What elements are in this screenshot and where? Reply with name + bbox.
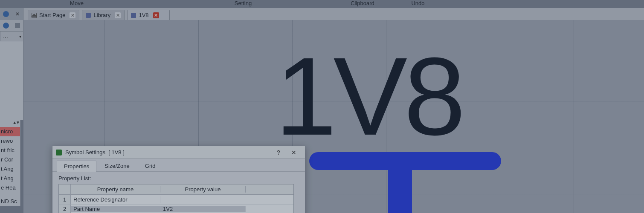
dialog-title-text: Symbol Settings — [65, 149, 105, 155]
ribbon-label-undo: Undo — [392, 0, 444, 8]
cell-property-value[interactable]: 1V2 — [160, 206, 246, 212]
property-table-header: Property name Property value — [59, 184, 293, 195]
symbol-settings-dialog: Symbol Settings [ 1V8 ] ? ✕ Properties S… — [52, 146, 305, 213]
dialog-titlebar[interactable]: Symbol Settings [ 1V8 ] ? ✕ — [52, 146, 305, 159]
list-item[interactable]: t Ang — [0, 164, 20, 174]
property-table: Property name Property value 1 Reference… — [58, 184, 294, 213]
list-item[interactable]: nt fric — [0, 146, 20, 155]
document-tabs-bar: ✕ Start Page ✕ Library ✕ 1V8 ✕ — [0, 8, 644, 20]
dialog-tabs: Properties Size/Zone Grid — [52, 159, 305, 172]
left-mini-toolbar — [0, 20, 23, 31]
tab-start-page[interactable]: Start Page ✕ — [28, 10, 79, 20]
list-item[interactable]: e Hea — [0, 183, 20, 193]
row-index: 2 — [59, 204, 71, 213]
left-preview-panel — [0, 41, 23, 120]
document-icon — [131, 13, 136, 18]
tab-label: Library — [93, 12, 110, 18]
tab-label: 1V8 — [139, 12, 148, 18]
list-item[interactable]: t Ang — [0, 174, 20, 183]
col-property-name[interactable]: Property name — [71, 186, 160, 193]
globe-icon[interactable] — [3, 23, 9, 29]
tab-close-icon[interactable]: ✕ — [115, 12, 121, 18]
power-symbol-stem — [388, 165, 412, 213]
home-icon — [32, 13, 37, 18]
ellipsis-icon: … — [3, 33, 8, 39]
col-property-value[interactable]: Property value — [160, 186, 246, 193]
dialog-title-subject: [ 1V8 ] — [108, 149, 125, 155]
scroll-arrows-icon[interactable]: ▲▼ — [0, 120, 20, 127]
net-label-text: 1V8 — [275, 33, 462, 160]
list-item[interactable]: r Cor — [0, 155, 20, 164]
close-panel-icon[interactable]: ✕ — [15, 11, 20, 17]
property-row[interactable]: 1 Reference Designator — [59, 195, 293, 204]
dialog-help-button[interactable]: ? — [271, 147, 286, 158]
property-row[interactable]: 2 Part Name 1V2 — [59, 204, 293, 213]
chevron-down-icon: ▾ — [19, 34, 21, 39]
list-item[interactable]: nicro — [0, 127, 20, 136]
file-tabs: Start Page ✕ Library ✕ 1V8 ✕ — [23, 8, 644, 20]
ribbon-label-setting: Setting — [154, 0, 333, 8]
ribbon-group-labels: Move Setting Clipboard Undo — [0, 0, 644, 8]
dialog-body: Property List: Property name Property va… — [52, 172, 305, 213]
property-list-label: Property List: — [58, 175, 299, 181]
tab-close-icon[interactable]: ✕ — [70, 12, 75, 18]
library-icon — [86, 13, 91, 18]
tab-library[interactable]: Library ✕ — [82, 10, 125, 20]
app-icon — [56, 150, 62, 155]
tab-1v8[interactable]: 1V8 ✕ — [127, 10, 170, 20]
ribbon-label-clipboard: Clipboard — [333, 0, 392, 8]
row-index: 1 — [59, 195, 71, 204]
ribbon-label-move: Move — [0, 0, 154, 8]
tab-close-icon[interactable]: ✕ — [153, 12, 159, 18]
tab-label: Start Page — [39, 12, 65, 18]
list-item[interactable]: ND Sc — [0, 197, 20, 206]
dialog-tab-grid[interactable]: Grid — [138, 160, 163, 171]
side-list: ▲▼ nicro rewo nt fric r Cor t Ang t Ang … — [0, 120, 20, 206]
tool-icon[interactable] — [15, 23, 20, 28]
help-icon[interactable] — [3, 11, 9, 17]
left-tool-strip: ✕ — [0, 8, 23, 20]
dialog-close-button[interactable]: ✕ — [286, 147, 302, 158]
list-item[interactable]: rewo — [0, 136, 20, 146]
dialog-tab-properties[interactable]: Properties — [57, 161, 96, 172]
cell-property-name[interactable]: Part Name — [71, 206, 160, 212]
left-dropdown[interactable]: … ▾ — [0, 31, 23, 41]
dialog-tab-sizezone[interactable]: Size/Zone — [97, 160, 137, 171]
cell-property-name[interactable]: Reference Designator — [71, 196, 160, 203]
